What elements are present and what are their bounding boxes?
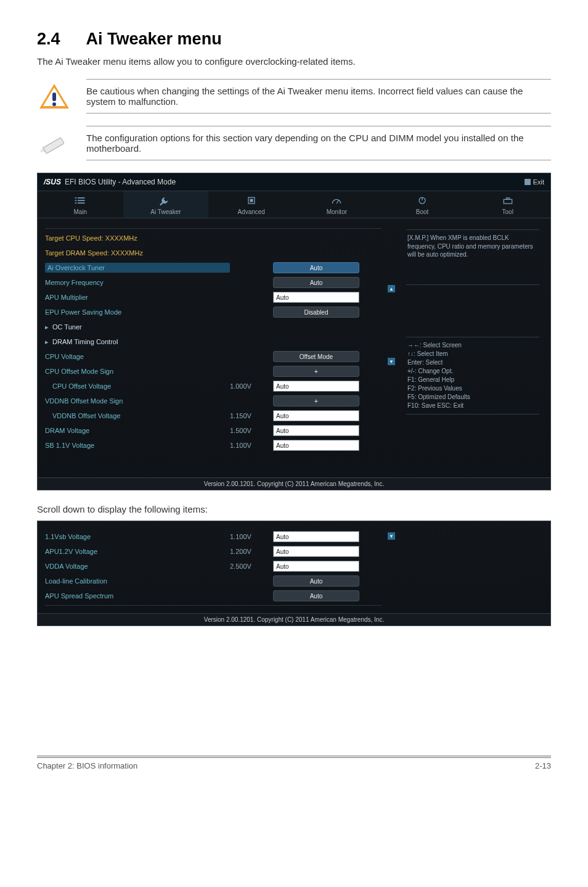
help-description: [X.M.P.] When XMP is enabled BCLK freque… — [406, 229, 539, 285]
vsb-voltage-value[interactable]: Auto — [273, 531, 359, 542]
tab-ai-tweaker[interactable]: Ai Tweaker — [123, 191, 209, 218]
vdda-voltage-value[interactable]: Auto — [273, 561, 359, 572]
row-memory-frequency[interactable]: Memory Frequency Auto — [45, 276, 382, 289]
submenu-caret-icon: ▸ — [45, 323, 51, 331]
svg-rect-12 — [506, 198, 509, 200]
svg-rect-3 — [78, 200, 85, 201]
cpu-offset-voltage-read: 1.000V — [230, 382, 273, 390]
tab-tool[interactable]: Tool — [465, 191, 550, 218]
apu12-voltage-value[interactable]: Auto — [273, 546, 359, 557]
sb-voltage-read: 1.100V — [230, 442, 273, 449]
svg-rect-11 — [504, 199, 512, 204]
epu-power-label: EPU Power Saving Mode — [45, 308, 230, 316]
tab-boot[interactable]: Boot — [380, 191, 465, 218]
wrench-icon — [160, 196, 172, 205]
vddnb-voltage-read: 1.150V — [230, 412, 273, 419]
target-dram-speed: Target DRAM Speed: XXXXMHz — [45, 249, 230, 257]
help-key-line: ↑↓: Select Item — [407, 350, 538, 358]
tab-monitor-label: Monitor — [294, 208, 380, 215]
svg-rect-5 — [78, 202, 85, 204]
scroll-up-arrow-icon[interactable]: ▲ — [388, 285, 395, 292]
help-key-line: F5: Optimized Defaults — [407, 393, 538, 402]
row-oc-tuner[interactable]: ▸ OC Tuner — [45, 320, 382, 334]
apu12-voltage-label: APU1.2V Voltage — [45, 548, 230, 555]
bios-copyright: Version 2.00.1201. Copyright (C) 2011 Am… — [38, 477, 550, 490]
dram-voltage-value[interactable]: Auto — [273, 425, 359, 436]
epu-power-value[interactable]: Disabled — [273, 307, 359, 318]
scroll-down-arrow-icon[interactable]: ▼ — [388, 358, 395, 365]
section-number: 2.4 — [37, 30, 60, 49]
toolbox-icon — [502, 196, 514, 205]
row-dram-timing[interactable]: ▸ DRAM Timing Control — [45, 335, 382, 349]
apu-multiplier-value[interactable]: Auto — [273, 292, 359, 303]
row-load-line-calibration[interactable]: Load-line Calibration Auto — [45, 574, 382, 588]
bios-copyright: Version 2.00.1201. Copyright (C) 2011 Am… — [38, 613, 550, 625]
info-notice: The configuration options for this secti… — [37, 126, 551, 160]
cpu-offset-sign-value[interactable]: + — [273, 366, 359, 377]
bios-title: EFI BIOS Utility - Advanced Mode — [65, 178, 176, 186]
svg-rect-7 — [250, 199, 253, 202]
svg-rect-2 — [75, 200, 77, 201]
row-cpu-offset-sign[interactable]: CPU Offset Mode Sign + — [45, 365, 382, 378]
tab-main-label: Main — [38, 208, 123, 215]
llc-value[interactable]: Auto — [273, 576, 359, 587]
section-title: Ai Tweaker menu — [86, 30, 222, 49]
warning-text: Be cautious when changing the settings o… — [86, 79, 551, 113]
svg-line-8 — [337, 200, 338, 204]
tab-monitor[interactable]: Monitor — [294, 191, 380, 218]
row-sb-voltage[interactable]: SB 1.1V Voltage 1.100V Auto — [45, 439, 382, 452]
power-icon — [416, 196, 428, 205]
sb-voltage-value[interactable]: Auto — [273, 440, 359, 451]
bios-screenshot-main: /SUS EFI BIOS Utility - Advanced Mode Ex… — [37, 173, 551, 490]
row-vsb-voltage[interactable]: 1.1Vsb Voltage 1.100V Auto — [45, 530, 382, 543]
vsb-voltage-read: 1.100V — [230, 533, 273, 540]
warning-notice: Be cautious when changing the settings o… — [37, 79, 551, 113]
ai-overclock-tuner-label: Ai Overclock Tuner — [45, 263, 230, 273]
help-key-line: Enter: Select — [407, 358, 538, 367]
row-ai-overclock-tuner[interactable]: Ai Overclock Tuner Auto — [45, 261, 382, 274]
row-apu-spread-spectrum[interactable]: APU Spread Spectrum Auto — [45, 589, 382, 603]
row-cpu-offset-voltage[interactable]: CPU Offset Voltage 1.000V Auto — [45, 379, 382, 393]
vdda-voltage-read: 2.500V — [230, 563, 273, 570]
row-vdda-voltage[interactable]: VDDA Voltage 2.500V Auto — [45, 559, 382, 573]
apu12-voltage-read: 1.200V — [230, 548, 273, 555]
intro-text: The Ai Tweaker menu items allow you to c… — [37, 56, 551, 67]
cpu-voltage-value[interactable]: Offset Mode — [273, 351, 359, 362]
tab-main[interactable]: Main — [38, 191, 123, 218]
scroll-down-arrow-icon[interactable]: ▼ — [388, 532, 395, 540]
pencil-note-icon — [37, 128, 71, 158]
page-footer-right: 2-13 — [535, 761, 551, 770]
svg-rect-0 — [75, 197, 77, 199]
chip-icon — [245, 196, 258, 205]
apu-multiplier-label: APU Multiplier — [45, 294, 230, 301]
vddnb-sign-value[interactable]: + — [273, 395, 359, 406]
row-vddnb-voltage[interactable]: VDDNB Offset Voltage 1.150V Auto — [45, 409, 382, 423]
spread-value[interactable]: Auto — [273, 590, 359, 601]
vddnb-sign-label: VDDNB Offset Mode Sign — [45, 397, 230, 405]
help-key-line: F10: Save ESC: Exit — [407, 402, 538, 410]
help-keys-block: →←: Select Screen ↑↓: Select Item Enter:… — [406, 337, 539, 415]
row-apu12-voltage[interactable]: APU1.2V Voltage 1.200V Auto — [45, 545, 382, 558]
vddnb-voltage-value[interactable]: Auto — [273, 410, 359, 421]
cpu-voltage-label: CPU Voltage — [45, 353, 230, 360]
submenu-caret-icon: ▸ — [45, 338, 51, 346]
list-icon — [74, 196, 86, 205]
row-epu-power-saving[interactable]: EPU Power Saving Mode Disabled — [45, 305, 382, 319]
ai-overclock-value[interactable]: Auto — [273, 262, 359, 273]
exit-button[interactable]: Exit — [525, 178, 544, 186]
help-key-line: F2: Previous Values — [407, 384, 538, 393]
tab-advanced[interactable]: Advanced — [208, 191, 294, 218]
row-vddnb-sign[interactable]: VDDNB Offset Mode Sign + — [45, 394, 382, 408]
llc-label: Load-line Calibration — [45, 577, 230, 585]
vsb-voltage-label: 1.1Vsb Voltage — [45, 533, 230, 540]
help-key-line: →←: Select Screen — [407, 341, 538, 350]
asus-logo-icon: /SUS — [44, 178, 61, 186]
row-cpu-voltage[interactable]: CPU Voltage Offset Mode — [45, 350, 382, 363]
memory-frequency-value[interactable]: Auto — [273, 277, 359, 288]
info-text: The configuration options for this secti… — [86, 126, 551, 160]
scroll-caption: Scroll down to display the following ite… — [37, 504, 551, 514]
bios-tabs: Main Ai Tweaker Advanced Monitor Boot To… — [38, 191, 550, 218]
cpu-offset-voltage-value[interactable]: Auto — [273, 381, 359, 392]
row-apu-multiplier[interactable]: APU Multiplier Auto — [45, 291, 382, 304]
row-dram-voltage[interactable]: DRAM Voltage 1.500V Auto — [45, 424, 382, 437]
